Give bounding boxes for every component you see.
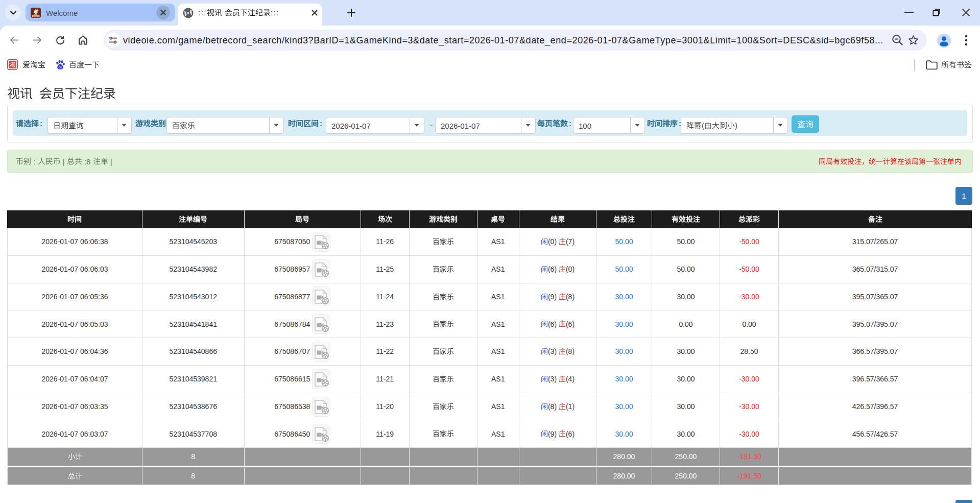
svg-text:du: du — [58, 65, 62, 69]
